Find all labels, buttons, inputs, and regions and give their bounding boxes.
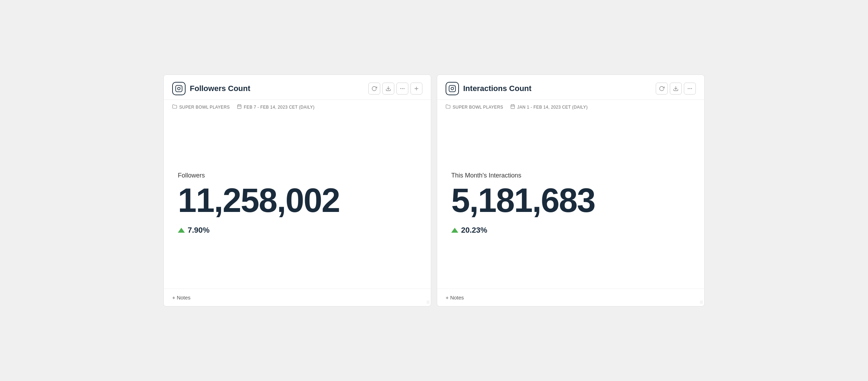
interactions-count-card: Interactions Count bbox=[437, 75, 705, 306]
card1-meta-group: SUPER BOWL PLAYERS bbox=[172, 104, 230, 110]
card1-title-group: Followers Count bbox=[172, 82, 250, 95]
instagram-icon-2 bbox=[446, 82, 459, 95]
card2-more-button[interactable] bbox=[684, 83, 696, 95]
card1-group-label: SUPER BOWL PLAYERS bbox=[179, 105, 230, 110]
svg-point-5 bbox=[402, 88, 403, 89]
calendar-icon-1 bbox=[237, 104, 242, 110]
card1-refresh-button[interactable] bbox=[368, 83, 380, 95]
svg-point-18 bbox=[689, 88, 691, 89]
svg-point-17 bbox=[688, 88, 689, 89]
card2-metric-change: 20.23% bbox=[451, 226, 690, 235]
svg-rect-20 bbox=[511, 105, 515, 109]
calendar-icon-2 bbox=[510, 104, 515, 110]
card2-title: Interactions Count bbox=[463, 84, 531, 93]
card1-metric-change: 7.90% bbox=[178, 226, 417, 235]
followers-count-card: Followers Count bbox=[163, 75, 431, 306]
card1-metric-value: 11,258,002 bbox=[178, 183, 417, 217]
card1-meta: SUPER BOWL PLAYERS Feb 7 - Feb 14, 2023 … bbox=[164, 100, 431, 114]
card2-metric-label: This Month's Interactions bbox=[451, 172, 690, 179]
folder-icon-1 bbox=[172, 104, 177, 110]
instagram-icon-1 bbox=[172, 82, 186, 95]
dashboard: Followers Count bbox=[163, 75, 705, 306]
card2-actions bbox=[656, 83, 696, 95]
svg-point-14 bbox=[451, 87, 453, 90]
card1-trend-up-icon bbox=[178, 228, 185, 233]
card2-resize-handle[interactable] bbox=[699, 301, 703, 305]
card1-resize-handle[interactable] bbox=[425, 301, 429, 305]
svg-point-2 bbox=[180, 86, 181, 87]
card2-group-label: SUPER BOWL PLAYERS bbox=[453, 105, 503, 110]
card2-meta-group: SUPER BOWL PLAYERS bbox=[446, 104, 503, 110]
card1-notes[interactable]: + Notes bbox=[164, 289, 431, 306]
svg-point-19 bbox=[691, 88, 692, 89]
folder-icon-2 bbox=[446, 104, 451, 110]
svg-point-6 bbox=[403, 88, 404, 89]
card1-meta-date: Feb 7 - Feb 14, 2023 CET (Daily) bbox=[237, 104, 315, 110]
card2-notes[interactable]: + Notes bbox=[437, 289, 704, 306]
card1-download-button[interactable] bbox=[382, 83, 394, 95]
svg-point-15 bbox=[454, 86, 454, 87]
card2-download-button[interactable] bbox=[670, 83, 682, 95]
card2-header: Interactions Count bbox=[437, 75, 704, 100]
card1-title: Followers Count bbox=[190, 84, 250, 93]
card1-add-button[interactable] bbox=[410, 83, 422, 95]
svg-point-1 bbox=[177, 87, 180, 90]
card1-header: Followers Count bbox=[164, 75, 431, 100]
card2-meta-date: Jan 1 - Feb 14, 2023 CET (Daily) bbox=[510, 104, 588, 110]
svg-point-4 bbox=[400, 88, 401, 89]
card1-metric-label: Followers bbox=[178, 172, 417, 179]
card1-date-label: Feb 7 - Feb 14, 2023 CET (Daily) bbox=[244, 105, 315, 110]
card2-title-group: Interactions Count bbox=[446, 82, 531, 95]
card2-metric-value: 5,181,683 bbox=[451, 183, 690, 217]
card1-body: Followers 11,258,002 7.90% bbox=[164, 114, 431, 289]
card1-change-value: 7.90% bbox=[188, 226, 209, 235]
card2-meta: SUPER BOWL PLAYERS Jan 1 - Feb 14, 2023 … bbox=[437, 100, 704, 114]
svg-rect-0 bbox=[176, 85, 182, 92]
card1-more-button[interactable] bbox=[396, 83, 408, 95]
svg-rect-13 bbox=[449, 85, 455, 92]
card2-date-label: Jan 1 - Feb 14, 2023 CET (Daily) bbox=[517, 105, 588, 110]
card2-change-value: 20.23% bbox=[461, 226, 487, 235]
card2-body: This Month's Interactions 5,181,683 20.2… bbox=[437, 114, 704, 289]
card2-refresh-button[interactable] bbox=[656, 83, 668, 95]
card2-trend-up-icon bbox=[451, 228, 458, 233]
card1-actions bbox=[368, 83, 422, 95]
svg-rect-9 bbox=[238, 105, 241, 109]
